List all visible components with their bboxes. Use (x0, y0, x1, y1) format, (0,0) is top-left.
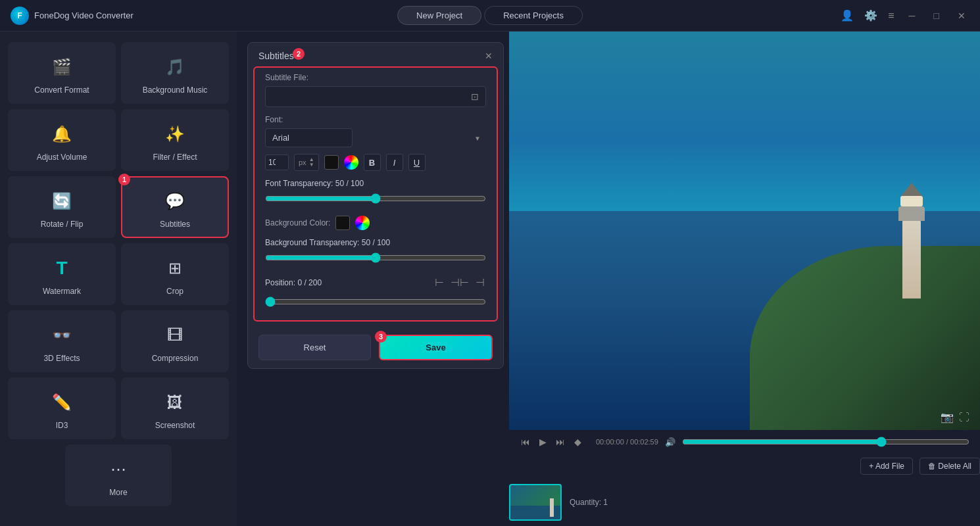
play-button[interactable]: ▶ (538, 435, 548, 448)
skip-back-button[interactable]: ⏮ (520, 435, 531, 448)
sidebar: 🎬 Convert Format 🎵 Background Music 🔔 Ad… (0, 32, 237, 526)
bg-transparency-row: Background Transparency: 50 / 100 (265, 238, 486, 266)
nav-new-project[interactable]: New Project (397, 6, 481, 25)
bg-color-swatch[interactable] (335, 216, 350, 230)
id3-icon: ✏️ (49, 389, 75, 416)
settings-icon[interactable]: ⚙️ (864, 9, 877, 22)
main-layout: 🎬 Convert Format 🎵 Background Music 🔔 Ad… (0, 32, 980, 526)
close-button[interactable]: ✕ (954, 9, 969, 22)
compression-label: Compression (152, 354, 199, 363)
sidebar-item-adjust-volume[interactable]: 🔔 Adjust Volume (8, 109, 116, 171)
app-logo: F FoneDog Video Converter (11, 7, 134, 25)
minimize-button[interactable]: ─ (905, 9, 919, 22)
skip-forward-button[interactable]: ⏭ (554, 435, 566, 448)
delete-all-button[interactable]: 🗑 Delete All (919, 458, 980, 475)
position-slider[interactable] (265, 297, 486, 307)
align-left-button[interactable]: ⊢ (433, 275, 445, 290)
background-music-icon: 🎵 (162, 54, 188, 80)
font-transparency-label: Font Transparency: 50 / 100 (265, 179, 486, 188)
adjust-volume-label: Adjust Volume (37, 153, 87, 162)
background-music-label: Background Music (143, 85, 208, 95)
volume-icon: 🔊 (665, 437, 675, 447)
dialog-close-button[interactable]: ✕ (485, 51, 493, 61)
bg-transparency-slider[interactable] (265, 252, 486, 263)
sidebar-item-crop[interactable]: ⊞ Crop (121, 243, 229, 305)
subtitle-file-browse-button[interactable]: ⊡ (471, 91, 479, 102)
sidebar-item-id3[interactable]: ✏️ ID3 (8, 377, 116, 439)
mark-button[interactable]: ◆ (573, 435, 583, 448)
logo-icon: F (11, 7, 29, 25)
video-fullscreen-button[interactable]: ⛶ (959, 411, 969, 423)
add-file-button[interactable]: + Add File (860, 458, 913, 475)
3d-effects-label: 3D Effects (43, 354, 80, 363)
adjust-volume-icon: 🔔 (49, 121, 75, 147)
reset-button[interactable]: Reset (258, 335, 371, 360)
italic-button[interactable]: I (386, 154, 403, 171)
font-color-swatch[interactable] (324, 155, 339, 170)
nav-recent-projects[interactable]: Recent Projects (484, 6, 583, 25)
bg-transparency-label: Background Transparency: 50 / 100 (265, 238, 486, 247)
sidebar-item-3d-effects[interactable]: 👓 3D Effects (8, 310, 116, 372)
lighthouse-body (902, 220, 921, 299)
sidebar-item-more[interactable]: ⋯ More (65, 444, 171, 506)
bg-color-picker[interactable] (355, 216, 370, 230)
sidebar-item-background-music[interactable]: 🎵 Background Music (121, 42, 229, 104)
font-unit-label: px ▲ ▼ (294, 154, 319, 171)
file-actions: + Add File 🗑 Delete All (509, 454, 980, 479)
position-slider-row (265, 297, 486, 310)
convert-format-label: Convert Format (34, 85, 89, 95)
font-select-wrap: Arial Times New Roman Helvetica (265, 128, 486, 147)
dialog-title: Subtitles (258, 51, 294, 61)
font-color-picker[interactable] (344, 155, 358, 170)
more-icon: ⋯ (105, 456, 132, 483)
thumbnail-area: Quantity: 1 (509, 479, 980, 526)
dialog-badge: 2 (293, 48, 305, 60)
menu-icon[interactable]: ≡ (888, 10, 894, 22)
align-buttons: ⊢ ⊣⊢ ⊣ (433, 275, 486, 290)
video-screenshot-button[interactable]: 📷 (941, 411, 954, 423)
time-display: 00:00:00 / 00:02:59 (596, 438, 658, 446)
rotate-flip-icon: 🔄 (49, 188, 75, 214)
sidebar-item-compression[interactable]: 🎞 Compression (121, 310, 229, 372)
sidebar-item-watermark[interactable]: T Watermark (8, 243, 116, 305)
align-center-button[interactable]: ⊣⊢ (449, 275, 470, 290)
save-button[interactable]: 3 Save (379, 335, 493, 360)
sidebar-item-convert-format[interactable]: 🎬 Convert Format (8, 42, 116, 104)
sidebar-item-rotate-flip[interactable]: 🔄 Rotate / Flip (8, 176, 116, 238)
save-badge: 3 (375, 331, 387, 343)
id3-label: ID3 (56, 421, 68, 430)
bg-color-row: Background Color: (265, 216, 486, 230)
font-size-input[interactable] (265, 155, 289, 170)
font-unit-arrows: ▲ ▼ (309, 157, 314, 168)
screenshot-icon: 🖼 (162, 389, 188, 416)
lighthouse-cap (901, 183, 922, 196)
content-area: Subtitles 2 ✕ Subtitle File: ⊡ Font: (237, 32, 980, 526)
align-right-button[interactable]: ⊣ (474, 275, 486, 290)
font-select-row: Arial Times New Roman Helvetica (265, 128, 486, 147)
font-select[interactable]: Arial Times New Roman Helvetica (265, 128, 353, 147)
sidebar-item-filter-effect[interactable]: ✨ Filter / Effect (121, 109, 229, 171)
font-transparency-row: Font Transparency: 50 / 100 (265, 179, 486, 206)
position-label: Position: 0 / 200 (265, 278, 322, 287)
font-transparency-slider[interactable] (265, 193, 486, 204)
font-unit-down-arrow[interactable]: ▼ (309, 162, 314, 168)
thumbnail[interactable] (509, 484, 562, 521)
lighthouse-top (898, 206, 925, 221)
sidebar-item-subtitles[interactable]: 1 💬 Subtitles (121, 176, 229, 238)
bold-button[interactable]: B (364, 154, 381, 171)
screenshot-label: Screenshot (155, 421, 195, 430)
account-icon[interactable]: 👤 (841, 9, 854, 22)
video-area: 📷 ⛶ ⏮ ▶ ⏭ ◆ 00:00:00 / 00 (509, 32, 980, 526)
underline-button[interactable]: U (408, 154, 426, 171)
dialog-footer: Reset 3 Save (248, 327, 503, 368)
maximize-button[interactable]: □ (930, 9, 943, 22)
quantity-label: Quantity: 1 (570, 498, 608, 507)
crop-icon: ⊞ (162, 255, 188, 281)
video-controls: ⏮ ▶ ⏭ ◆ 00:00:00 / 00:02:59 🔊 (509, 430, 980, 454)
compression-icon: 🎞 (162, 322, 188, 348)
volume-slider[interactable] (682, 437, 969, 447)
subtitles-badge: 1 (118, 174, 130, 185)
dialog-header: Subtitles 2 ✕ (248, 43, 503, 66)
sidebar-item-screenshot[interactable]: 🖼 Screenshot (121, 377, 229, 439)
3d-effects-icon: 👓 (49, 322, 75, 348)
